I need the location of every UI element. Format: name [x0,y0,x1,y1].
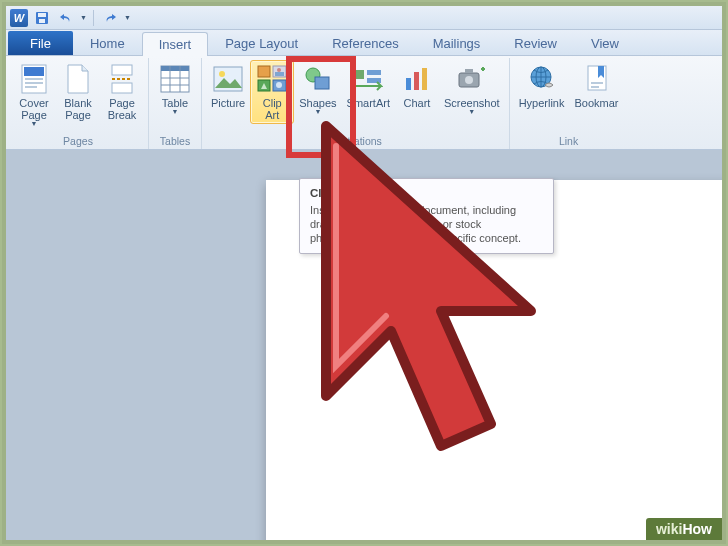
tooltip-body: Insert Clip Art into the document, inclu… [310,203,543,245]
svg-point-20 [277,68,281,72]
smartart-label: SmartArt [347,97,390,109]
redo-icon [103,11,117,25]
page-break-label: Page Break [108,97,137,121]
picture-icon [213,66,243,92]
shapes-button[interactable]: Shapes ▼ [294,60,341,118]
tab-review[interactable]: Review [497,31,574,55]
svg-rect-40 [591,86,599,88]
qat-customize-caret[interactable]: ▼ [124,14,131,21]
group-pages: Cover Page ▼ Blank Page Page Break Pages [8,58,149,149]
svg-point-34 [465,76,473,84]
smartart-icon [353,66,383,92]
chart-icon [403,66,431,92]
svg-rect-7 [25,86,37,88]
clip-art-icon [257,65,287,93]
save-icon [35,11,49,25]
tab-mailings[interactable]: Mailings [416,31,498,55]
group-pages-label: Pages [12,134,144,149]
svg-rect-6 [25,82,43,84]
svg-rect-39 [591,82,603,84]
ribbon-tabstrip: File Home Insert Page Layout References … [6,30,722,56]
undo-button[interactable] [56,8,76,28]
group-illustrations: Picture Clip Art Shapes ▼ SmartArt [202,58,510,149]
hyperlink-button[interactable]: Hyperlink [514,60,570,112]
svg-rect-4 [24,67,44,76]
svg-rect-30 [406,78,411,90]
undo-dropdown-caret[interactable]: ▼ [80,14,87,21]
smartart-button[interactable]: SmartArt [342,60,395,112]
save-button[interactable] [32,8,52,28]
group-tables-label: Tables [153,134,197,149]
title-bar: W ▼ ▼ [6,6,722,30]
cover-page-label: Cover Page [19,97,48,121]
tooltip-title: Clip Art [310,187,543,199]
bookmark-button[interactable]: Bookmar [569,60,623,112]
tab-home[interactable]: Home [73,31,142,55]
svg-rect-2 [39,19,45,23]
svg-rect-1 [38,13,46,17]
chevron-down-icon: ▼ [31,120,38,127]
watermark-suffix: How [682,521,712,537]
svg-rect-18 [258,66,270,77]
svg-rect-11 [161,66,189,71]
group-links-label: Link [514,134,624,149]
tab-insert[interactable]: Insert [142,32,209,56]
clip-art-button[interactable]: Clip Art [250,60,294,124]
group-illustrations-label: Illustrations [206,134,505,149]
screenshot-icon [457,67,487,91]
ribbon: Cover Page ▼ Blank Page Page Break Pages [6,56,722,150]
redo-button[interactable] [100,8,120,28]
page-break-button[interactable]: Page Break [100,60,144,124]
tab-view[interactable]: View [574,31,636,55]
svg-rect-26 [315,77,329,89]
tab-file[interactable]: File [8,31,73,55]
tab-page-layout[interactable]: Page Layout [208,31,315,55]
chevron-down-icon: ▼ [172,108,179,115]
clip-art-label: Clip Art [263,97,282,121]
svg-rect-31 [414,72,419,90]
blank-page-button[interactable]: Blank Page [56,60,100,124]
svg-rect-21 [275,72,284,76]
chevron-down-icon: ▼ [314,108,321,115]
svg-rect-8 [112,65,132,75]
shapes-icon [303,65,333,93]
picture-button[interactable]: Picture [206,60,250,112]
page-break-icon [110,64,134,94]
cover-page-icon [21,64,47,94]
picture-label: Picture [211,97,245,109]
chart-label: Chart [404,97,431,109]
svg-point-24 [276,82,282,88]
blank-page-label: Blank Page [64,97,92,121]
bookmark-label: Bookmar [574,97,618,109]
screenshot-button[interactable]: Screenshot ▼ [439,60,505,118]
table-icon [160,65,190,93]
chart-button[interactable]: Chart [395,60,439,112]
cover-page-button[interactable]: Cover Page ▼ [12,60,56,130]
svg-rect-5 [25,78,43,80]
svg-rect-28 [367,70,381,75]
qat-separator [93,10,94,26]
blank-page-icon [66,64,90,94]
tooltip-clip-art: Clip Art Insert Clip Art into the docume… [299,178,554,254]
group-links: Hyperlink Bookmar Link [510,58,628,149]
svg-rect-32 [422,68,427,90]
tab-references[interactable]: References [315,31,415,55]
svg-rect-27 [355,70,364,79]
chevron-down-icon: ▼ [468,108,475,115]
hyperlink-label: Hyperlink [519,97,565,109]
svg-rect-29 [367,78,381,83]
svg-point-17 [219,71,225,77]
hyperlink-icon [527,65,557,93]
wikihow-watermark: wikiHow [646,518,722,540]
svg-rect-9 [112,83,132,93]
watermark-prefix: wiki [656,521,682,537]
word-app-icon: W [10,9,28,27]
bookmark-icon [584,64,610,94]
app-window: W ▼ ▼ File Home Insert Page Layout Refer… [6,6,722,540]
group-tables: Table ▼ Tables [149,58,202,149]
svg-rect-35 [465,69,473,73]
table-button[interactable]: Table ▼ [153,60,197,118]
undo-icon [59,11,73,25]
